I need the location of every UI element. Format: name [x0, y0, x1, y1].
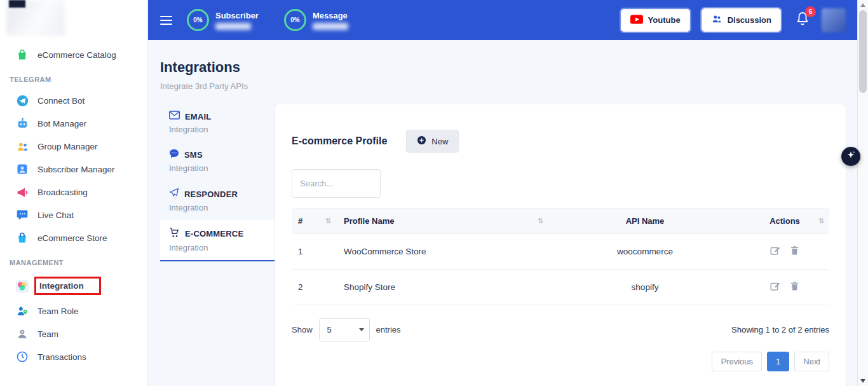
sort-icon[interactable]: ⇅	[538, 217, 543, 225]
user-avatar[interactable]	[822, 8, 846, 32]
sidebar-item-label: Live Chat	[37, 210, 74, 220]
page-scrollbar	[857, 0, 868, 386]
robot-icon	[15, 116, 29, 130]
tab-label: SMS	[184, 150, 203, 160]
chat-bubble-icon	[15, 208, 29, 222]
team-role-icon	[15, 304, 29, 318]
sidebar-item-bot-manager[interactable]: Bot Manager	[0, 112, 147, 135]
sidebar-item-integration[interactable]: Integration	[0, 272, 147, 300]
sidebar-item-label: Broadcasting	[37, 188, 88, 197]
previous-page-button[interactable]: Previous	[712, 352, 762, 371]
tab-sublabel: Integration	[169, 243, 267, 252]
tab-sms-integration[interactable]: SMS Integration	[160, 142, 275, 181]
hamburger-menu-icon[interactable]	[160, 16, 172, 25]
column-header-num: #⇅	[292, 209, 337, 234]
sidebar-section-telegram: TELEGRAM	[0, 66, 147, 89]
column-header-actions: Actions⇅	[740, 209, 829, 234]
envelope-icon	[169, 111, 180, 122]
discussion-button[interactable]: Discussion	[702, 8, 781, 32]
telegram-icon	[15, 93, 29, 107]
notification-bell-icon[interactable]: 6	[795, 11, 810, 30]
next-page-button[interactable]: Next	[794, 352, 829, 371]
subscriber-progress-ring: 0%	[187, 9, 209, 31]
tab-label: E-COMMERCE	[185, 229, 243, 238]
tab-label: RESPONDER	[184, 190, 238, 199]
page-title: Integrations	[160, 59, 846, 76]
page-1-button[interactable]: 1	[767, 352, 789, 371]
row-actions	[740, 270, 829, 305]
discussion-button-label: Discussion	[728, 15, 771, 25]
sidebar: eCommerce Catalog TELEGRAM Connect Bot B…	[0, 0, 148, 386]
scroll-up-arrow[interactable]	[860, 3, 865, 7]
sidebar-item-label: eCommerce Store	[37, 233, 107, 243]
assistant-widget-button[interactable]	[841, 147, 860, 166]
sidebar-item-label: Subscriber Manager	[37, 165, 115, 174]
sidebar-item-label: Integration	[39, 281, 84, 291]
row-api-name: shopify	[550, 270, 740, 305]
sidebar-item-label: Transactions	[37, 352, 86, 362]
row-actions	[740, 234, 829, 270]
sidebar-item-label: Group Manager	[37, 142, 98, 151]
sidebar-item-group-manager[interactable]: Group Manager	[0, 135, 147, 158]
sidebar-item-ecommerce-catalog[interactable]: eCommerce Catalog	[0, 43, 147, 66]
row-num: 2	[292, 270, 337, 305]
search-input[interactable]	[292, 169, 381, 198]
sidebar-item-transactions[interactable]: Transactions	[0, 345, 147, 368]
sms-chat-icon	[169, 149, 179, 161]
entries-select[interactable]: 5	[319, 318, 370, 341]
profiles-table: #⇅ Profile Name⇅ API Name Actions⇅ 1	[292, 208, 829, 305]
scrollbar-thumb[interactable]	[859, 10, 867, 93]
edit-button[interactable]	[766, 244, 784, 259]
new-profile-button[interactable]: New	[406, 130, 459, 153]
sidebar-item-broadcasting[interactable]: Broadcasting	[0, 181, 147, 203]
column-label: Actions	[770, 216, 800, 226]
row-num: 1	[292, 234, 337, 270]
column-header-profile-name: Profile Name⇅	[337, 209, 550, 234]
tab-email-integration[interactable]: EMAIL Integration	[160, 104, 275, 142]
sidebar-item-label: Connect Bot	[37, 96, 85, 106]
top-navbar: 0% Subscriber 0% Message Youtube Discuss…	[148, 0, 857, 40]
navbar-right-group: Youtube Discussion 6	[621, 8, 857, 32]
row-profile-name: Shopify Store	[337, 270, 550, 305]
column-header-api-name: API Name	[550, 209, 740, 234]
page-subtitle: Integrate 3rd Party APIs	[160, 81, 846, 91]
youtube-button[interactable]: Youtube	[621, 9, 690, 32]
sidebar-item-subscriber-manager[interactable]: Subscriber Manager	[0, 158, 147, 181]
scroll-down-arrow[interactable]	[860, 379, 865, 383]
tab-ecommerce-integration[interactable]: E-COMMERCE Integration	[160, 220, 275, 261]
message-stat-label: Message	[313, 11, 348, 20]
row-profile-name: WooCommerce Store	[337, 234, 550, 270]
edit-button[interactable]	[766, 279, 784, 295]
sort-icon[interactable]: ⇅	[325, 217, 331, 225]
message-progress-ring: 0%	[284, 9, 306, 31]
sidebar-item-live-chat[interactable]: Live Chat	[0, 203, 147, 226]
subscriber-card-icon	[15, 162, 29, 176]
pagination: Previous 1 Next	[292, 352, 829, 371]
integration-circles-icon	[15, 279, 29, 293]
sort-icon[interactable]: ⇅	[818, 217, 824, 225]
integration-tabs: EMAIL Integration SMS Integration	[160, 104, 275, 261]
sidebar-item-label: eCommerce Catalog	[37, 50, 116, 60]
ecommerce-profile-card: E-commerce Profile New #⇅	[275, 104, 846, 386]
sidebar-item-ecommerce-store[interactable]: eCommerce Store	[0, 226, 147, 249]
entries-label: entries	[376, 325, 401, 334]
new-button-label: New	[431, 137, 448, 146]
sidebar-item-team-role[interactable]: Team Role	[0, 300, 147, 322]
message-stat: 0% Message	[284, 9, 348, 31]
delete-button[interactable]	[786, 279, 803, 295]
sidebar-item-connect-bot[interactable]: Connect Bot	[0, 89, 147, 112]
main-content: Integrations Integrate 3rd Party APIs EM…	[148, 40, 857, 386]
entries-select-wrap: 5	[319, 318, 370, 341]
logo-area	[0, 0, 147, 41]
app-logo-mark	[9, 0, 25, 8]
notification-count-badge: 6	[805, 6, 816, 17]
tab-responder-integration[interactable]: RESPONDER Integration	[160, 181, 275, 220]
transactions-clock-icon	[15, 350, 29, 364]
delete-button[interactable]	[786, 244, 803, 259]
tab-label: EMAIL	[185, 112, 211, 121]
show-label: Show	[292, 325, 313, 334]
table-row: 1 WooCommerce Store woocommerce	[292, 234, 829, 270]
subscriber-stat: 0% Subscriber	[187, 9, 259, 31]
sidebar-section-management: MANAGEMENT	[0, 249, 147, 272]
sidebar-item-team[interactable]: Team	[0, 322, 147, 345]
